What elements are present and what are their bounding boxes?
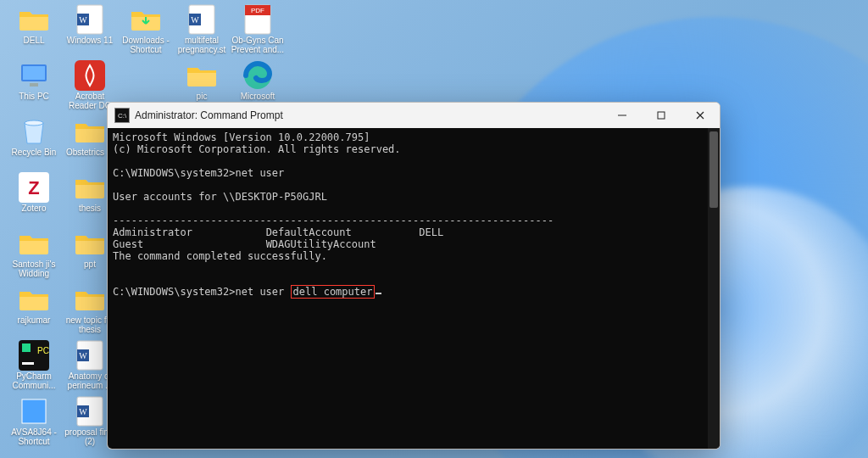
cmd-icon: C:\	[114, 108, 130, 123]
word-icon: W	[74, 395, 106, 427]
term-line: User accounts for \\DESKTOP-P50GJRL	[113, 191, 327, 203]
pycharm-icon: PC	[18, 339, 50, 371]
folder-icon	[74, 115, 106, 148]
svg-text:Z: Z	[28, 177, 39, 198]
word-icon: W	[74, 339, 106, 371]
desktop-icon-windows11-doc[interactable]: WWindows 11	[63, 3, 117, 59]
term-line: The command completed successfully.	[113, 250, 327, 262]
desktop-icon-dell-folder[interactable]: DELL	[7, 3, 61, 59]
svg-text:PC: PC	[37, 346, 49, 355]
folder-icon	[74, 171, 106, 204]
edge-icon	[242, 59, 274, 92]
folder-arrow-icon	[130, 3, 162, 36]
desktop-icon-label: pic	[197, 92, 208, 101]
svg-text:W: W	[79, 351, 87, 360]
folder-icon	[18, 283, 50, 316]
desktop-icon-downloads-shortcut[interactable]: Downloads - Shortcut	[119, 3, 173, 59]
svg-rect-2	[30, 83, 38, 87]
term-line: Microsoft Windows [Version 10.0.22000.79…	[113, 131, 370, 143]
titlebar[interactable]: C:\ Administrator: Command Prompt	[108, 103, 720, 128]
zotero-icon: Z	[18, 171, 50, 204]
desktop-icon-multifetal[interactable]: Wmultifetal pregnancy.st	[175, 3, 229, 59]
desktop-icon-label: Downloads - Shortcut	[119, 36, 173, 54]
terminal[interactable]: Microsoft Windows [Version 10.0.22000.79…	[108, 128, 720, 450]
svg-text:W: W	[79, 407, 87, 416]
desktop-icon-label: This PC	[19, 92, 49, 101]
close-button[interactable]	[681, 103, 720, 128]
desktop-icon-label: rajkumar	[18, 316, 51, 325]
term-prompt: C:\WINDOWS\system32>	[113, 167, 236, 179]
desktop-icon-this-pc[interactable]: This PC	[7, 59, 61, 115]
term-cmd: net user	[236, 167, 285, 179]
svg-rect-10	[22, 399, 46, 423]
acrobat-icon	[74, 59, 106, 92]
minimize-button[interactable]	[603, 103, 642, 128]
svg-text:PDF: PDF	[251, 7, 264, 14]
desktop-icon-label: thesis	[79, 204, 101, 213]
folder-icon	[186, 59, 218, 92]
desktop-icon-pycharm[interactable]: PCPyCharm Communi...	[7, 339, 61, 395]
desktop-icon-label: DELL	[23, 36, 44, 45]
bin-icon	[18, 115, 50, 148]
desktop-icon-santosh-wedding[interactable]: Santosh ji's Widding	[7, 227, 61, 283]
word-icon: W	[74, 3, 106, 36]
desktop-icon-label: AVSA8J64 - Shortcut	[7, 427, 61, 446]
desktop-icon-label: Ob-Gyns Can Prevent and...	[231, 36, 285, 54]
desktop-icon-avsasud4[interactable]: AVSA8J64 - Shortcut	[7, 395, 61, 451]
term-cell: Guest WDAGUtilityAccount	[113, 238, 376, 250]
folder-icon	[74, 283, 106, 316]
svg-text:W: W	[79, 15, 87, 25]
desktop-icon-label: Zotero	[22, 204, 47, 213]
svg-rect-7	[22, 344, 31, 352]
svg-text:W: W	[191, 15, 199, 25]
svg-rect-1	[23, 66, 45, 80]
term-line: (c) Microsoft Corporation. All rights re…	[113, 143, 401, 155]
cmd-window: C:\ Administrator: Command Prompt Micros…	[107, 102, 721, 450]
desktop-icon-label: Windows 11	[67, 36, 113, 45]
highlighted-argument: dell computer	[291, 285, 376, 299]
maximize-button[interactable]	[642, 103, 681, 128]
folder-icon	[74, 227, 106, 260]
desktop-icon-obgyns[interactable]: PDFOb-Gyns Can Prevent and...	[231, 3, 285, 59]
desktop-icon-label: ppt	[84, 260, 96, 269]
desktop-icon-zotero[interactable]: ZZotero	[7, 171, 61, 227]
folder-icon	[18, 227, 50, 260]
desktop-icon-recycle-bin[interactable]: Recycle Bin	[7, 115, 61, 171]
svg-rect-8	[22, 362, 34, 365]
desktop-icon-label: Recycle Bin	[12, 148, 57, 157]
svg-rect-32	[658, 112, 665, 119]
terminal-scrollbar[interactable]	[708, 128, 720, 450]
svg-point-3	[25, 120, 43, 126]
desktop-icon-rajkumar[interactable]: rajkumar	[7, 283, 61, 339]
desktop[interactable]: DELLThis PCRecycle BinZZoteroSantosh ji'…	[0, 0, 868, 458]
term-line: ----------------------------------------…	[113, 215, 554, 226]
pc-icon	[18, 59, 50, 92]
desktop-icon-label: PyCharm Communi...	[7, 371, 61, 390]
term-cell: Administrator DefaultAccount DELL	[113, 226, 443, 238]
word-icon: W	[186, 3, 218, 36]
window-title: Administrator: Command Prompt	[135, 109, 283, 121]
scrollbar-thumb[interactable]	[709, 131, 718, 208]
text-cursor	[376, 293, 381, 294]
square-icon	[18, 395, 50, 427]
desktop-icon-label: multifetal pregnancy.st	[175, 36, 229, 54]
pdf-icon: PDF	[242, 3, 274, 36]
term-prompt: C:\WINDOWS\system32>	[113, 286, 236, 298]
folder-icon	[18, 3, 50, 36]
term-cmd: net user	[236, 286, 291, 298]
desktop-icon-label: Santosh ji's Widding	[7, 260, 61, 278]
